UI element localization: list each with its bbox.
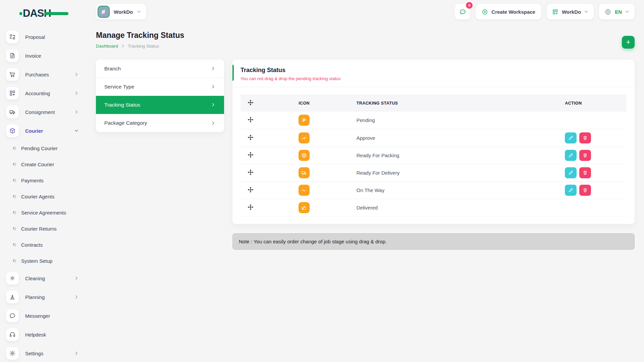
bullet-icon: [12, 243, 17, 247]
language-selector[interactable]: EN: [599, 4, 635, 19]
move-icon: [248, 100, 254, 106]
pencil-icon: [568, 170, 573, 175]
sidebar-nav: Proposal Invoice Purchases Accounting Co…: [6, 27, 82, 362]
chevron-down-icon: [625, 10, 629, 14]
sidebar-item-planning[interactable]: Planning: [6, 288, 82, 306]
sidebar-item-contracts[interactable]: Contracts: [6, 237, 82, 253]
bullet-icon: [12, 146, 17, 150]
topbar-right: 0 Create Workspace WorkDo EN: [455, 4, 635, 19]
status-label: On The Way: [353, 181, 561, 199]
drag-handle-icon[interactable]: [248, 187, 254, 193]
sidebar-item-invoice[interactable]: Invoice: [6, 46, 82, 65]
plus-circle-icon: [482, 9, 488, 15]
sidebar-item-consignment[interactable]: Consignment: [6, 103, 82, 121]
messages-button[interactable]: 0: [455, 4, 470, 19]
row-actions: [565, 150, 623, 161]
sidebar-item-purchases[interactable]: Purchases: [6, 65, 82, 84]
pencil-icon: [568, 153, 573, 158]
drag-handle-icon[interactable]: [248, 169, 254, 175]
drag-handle-icon[interactable]: [248, 204, 254, 210]
drag-handle-icon[interactable]: [248, 152, 254, 158]
edit-button[interactable]: [565, 150, 577, 161]
settings-menu-card: Branch Service Type Tracking Status Pack…: [96, 60, 224, 132]
sidebar-item-payments[interactable]: Payments: [6, 172, 82, 188]
delete-button[interactable]: [579, 167, 591, 178]
cart-icon: [6, 68, 19, 81]
table-row-pending: P Pending: [240, 112, 627, 129]
drag-handle-icon[interactable]: [248, 117, 254, 123]
logo-dot: [19, 12, 22, 15]
sidebar-item-label: Invoice: [25, 53, 41, 59]
trash-icon: [583, 170, 588, 175]
edit-button[interactable]: [565, 132, 577, 143]
language-code: EN: [615, 9, 622, 15]
delete-button[interactable]: [579, 132, 591, 143]
grid-plus-icon: [6, 87, 19, 100]
sidebar-item-label: Purchases: [25, 72, 49, 77]
trash-icon: [583, 188, 588, 193]
workspace-selector[interactable]: WorkDo: [96, 4, 146, 19]
sidebar: DASH Proposal Invoice Purchases Accounti…: [0, 0, 87, 362]
sidebar-item-label: Accounting: [25, 90, 50, 96]
sidebar-item-courier[interactable]: Courier: [6, 121, 82, 140]
sidebar-item-settings[interactable]: Settings: [6, 344, 82, 362]
edit-button[interactable]: [565, 167, 577, 178]
sidebar-item-create-courier[interactable]: Create Courier: [6, 156, 82, 172]
brand-logo[interactable]: DASH: [23, 7, 70, 20]
sidebar-item-proposal[interactable]: Proposal: [6, 27, 82, 46]
chevron-down-icon: [74, 129, 78, 133]
chevron-right-icon: [211, 121, 215, 125]
sidebar-item-courier-agents[interactable]: Courier Agents: [6, 188, 82, 204]
sidebar-item-label: Cleaning: [25, 276, 45, 281]
trash-icon: [583, 135, 588, 140]
headset-icon: [6, 328, 19, 341]
sidebar-item-service-agreements[interactable]: Service Agreements: [6, 204, 82, 221]
chevron-down-icon: [137, 10, 141, 14]
delete-button[interactable]: [579, 185, 591, 196]
pencil-icon: [568, 135, 573, 140]
sidebar-item-label: Helpdesk: [25, 332, 46, 338]
menu-item-service-type[interactable]: Service Type: [96, 78, 224, 96]
drag-handle-icon[interactable]: [248, 134, 254, 140]
file-icon: [6, 49, 19, 62]
cone-icon: [6, 291, 19, 303]
sidebar-item-messenger[interactable]: Messenger: [6, 306, 82, 325]
menu-item-branch[interactable]: Branch: [96, 60, 224, 78]
sidebar-item-label: Courier: [25, 128, 43, 134]
add-tracking-status-button[interactable]: +: [622, 36, 635, 49]
double-check-icon: [299, 132, 310, 143]
menu-item-tracking-status[interactable]: Tracking Status: [96, 96, 224, 114]
row-actions: [565, 132, 623, 143]
icon-column-header: ICON: [294, 95, 353, 112]
tracking-status-card: Tracking Status You can not drag & drop …: [232, 60, 635, 224]
sidebar-item-label: Planning: [25, 294, 45, 300]
menu-item-package-category[interactable]: Package Category: [96, 114, 224, 132]
bullet-icon: [12, 194, 17, 199]
chevron-down-icon: [584, 10, 588, 14]
package-icon: [6, 124, 19, 137]
tracking-status-table: ICON TRACKING STATUS ACTION P Pending: [240, 95, 627, 217]
chevron-right-icon: [74, 295, 78, 299]
bullet-icon: [12, 178, 17, 183]
note-bar: Note : You can easily order change of jo…: [232, 233, 635, 250]
sidebar-item-pending-courier[interactable]: Pending Courier: [6, 140, 82, 156]
sidebar-item-system-setup[interactable]: System Setup: [6, 253, 82, 269]
sidebar-item-helpdesk[interactable]: Helpdesk: [6, 325, 82, 344]
breadcrumb-dashboard-link[interactable]: Dashboard: [96, 44, 118, 49]
breadcrumb: Dashboard Tracking Status: [96, 44, 184, 49]
topbar: WorkDo 0 Create Workspace WorkDo EN: [96, 4, 635, 19]
chevron-right-icon: [74, 110, 78, 114]
table-row-delivered: Delivered: [240, 199, 627, 216]
sidebar-item-courier-returns[interactable]: Courier Returns: [6, 221, 82, 237]
delete-button[interactable]: [579, 150, 591, 161]
create-workspace-button[interactable]: Create Workspace: [476, 4, 541, 19]
apps-menu-button[interactable]: WorkDo: [547, 4, 594, 19]
sidebar-item-accounting[interactable]: Accounting: [6, 84, 82, 103]
edit-button[interactable]: [565, 185, 577, 196]
sidebar-item-cleaning[interactable]: Cleaning: [6, 269, 82, 288]
table-row-on-the-way: On The Way: [240, 181, 627, 199]
app-root: DASH Proposal Invoice Purchases Accounti…: [0, 0, 644, 362]
delivery-truck-icon: [299, 167, 310, 178]
wave-icon: [299, 185, 310, 196]
card-head: Tracking Status You can not drag & drop …: [232, 60, 635, 87]
